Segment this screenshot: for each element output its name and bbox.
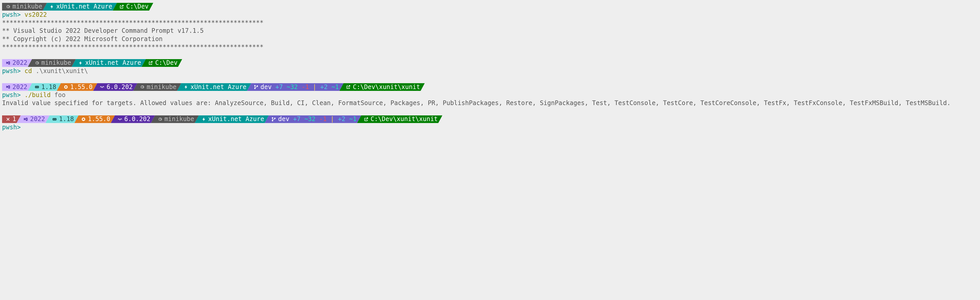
- powerline-row: 2022minikubexUnit.net AzureC:\Dev: [2, 59, 978, 67]
- vs-icon: [23, 117, 28, 122]
- command-line[interactable]: pwsh> ./build foo: [2, 91, 978, 99]
- segment-label: 1.18: [41, 83, 56, 91]
- rust-icon: [81, 117, 86, 122]
- command-line[interactable]: pwsh>: [2, 124, 978, 132]
- segment-label: 2022: [30, 115, 45, 123]
- segment-label: xUnit.net Azure: [56, 3, 113, 11]
- vs-icon: [6, 61, 10, 65]
- powerline-segment-bolt: xUnit.net Azure: [72, 59, 146, 67]
- segment-label: minikube: [164, 115, 194, 123]
- bolt-icon: [202, 117, 206, 122]
- powerline-segment-link: C:\Dev\xunit\xunit: [339, 83, 425, 91]
- segment-label: 2022: [13, 83, 27, 91]
- segment-label: 1.55.0: [88, 115, 110, 123]
- x-icon: [6, 117, 10, 122]
- command-arg: .\xunit\xunit\: [36, 67, 88, 75]
- blank-line: [2, 51, 978, 58]
- svg-point-4: [257, 86, 258, 87]
- powerline-segment-bolt: xUnit.net Azure: [195, 116, 269, 123]
- powerline-segment-bolt: xUnit.net Azure: [177, 83, 251, 91]
- segment-label: C:\Dev\xunit\xunit: [353, 83, 420, 91]
- powerline-row: 120221.181.55.06.0.202minikubexUnit.net …: [2, 116, 978, 123]
- powerline-row: 20221.181.55.06.0.202minikubexUnit.net A…: [2, 83, 978, 91]
- bolt-icon: [184, 85, 188, 89]
- svg-point-9: [274, 118, 275, 119]
- command-text: cd: [25, 67, 32, 75]
- git-status: dev +7 ~32 -1 | +2 ~1: [278, 115, 356, 123]
- powerline-segment-branch: dev +7 ~32 -1 | +2 ~1: [265, 116, 361, 123]
- segment-label: C:\Dev\xunit\xunit: [371, 115, 438, 123]
- svg-point-2: [254, 85, 255, 86]
- gear-icon: [6, 5, 10, 9]
- powerline-segment-bolt: xUnit.net Azure: [43, 3, 117, 11]
- segment-label: xUnit.net Azure: [85, 59, 141, 67]
- segment-label: xUnit.net Azure: [191, 83, 247, 91]
- output-line: ** Copyright (c) 2022 Microsoft Corporat…: [2, 35, 978, 43]
- segment-label: C:\Dev: [126, 3, 149, 11]
- blank-line: [2, 75, 978, 83]
- link-icon: [148, 61, 153, 65]
- powerline-segment-rust: 1.55.0: [75, 116, 115, 123]
- wave-icon: [100, 85, 104, 89]
- command-text: ./build: [25, 91, 51, 98]
- command-arg: foo: [54, 91, 65, 98]
- gear-icon: [158, 117, 162, 122]
- svg-point-3: [254, 88, 255, 89]
- gear-icon: [35, 61, 39, 65]
- svg-point-7: [272, 117, 273, 118]
- link-icon: [119, 5, 124, 9]
- powerline-segment-vs: 2022: [2, 59, 32, 67]
- output-line: Invalid value specified for targets. All…: [2, 99, 978, 107]
- svg-point-1: [65, 86, 67, 88]
- output-line: ****************************************…: [2, 43, 978, 51]
- gear-icon: [140, 85, 145, 89]
- powerline-segment-link: C:\Dev: [142, 59, 182, 67]
- powerline-segment-gear: minikube: [28, 59, 76, 67]
- link-icon: [364, 117, 369, 122]
- powerline-segment-wave: 6.0.202: [93, 83, 137, 91]
- segment-label: minikube: [41, 59, 71, 67]
- command-line[interactable]: pwsh> cd .\xunit\xunit\: [2, 67, 978, 75]
- powerline-segment-branch: dev +7 ~32 -1 | +2 ~1: [247, 83, 344, 91]
- segment-label: xUnit.net Azure: [208, 115, 264, 123]
- bolt-icon: [49, 5, 54, 9]
- segment-label: C:\Dev: [155, 59, 178, 67]
- rust-icon: [64, 85, 68, 89]
- git-status: dev +7 ~32 -1 | +2 ~1: [261, 83, 339, 91]
- wave-icon: [118, 117, 122, 122]
- output-line: ****************************************…: [2, 19, 978, 27]
- segment-label: 1: [13, 115, 16, 123]
- segment-label: 1.55.0: [70, 83, 93, 91]
- go-icon: [52, 117, 57, 122]
- prompt-label: pwsh>: [2, 11, 21, 18]
- blank-line: [2, 107, 978, 114]
- prompt-label: pwsh>: [2, 67, 21, 75]
- command-line[interactable]: pwsh> vs2022: [2, 11, 978, 19]
- powerline-segment-go: 1.18: [46, 116, 79, 123]
- powerline-segment-gear: minikube: [2, 3, 47, 11]
- branch-icon: [271, 117, 276, 122]
- command-text: vs2022: [25, 11, 47, 18]
- terminal-output: minikubexUnit.net AzureC:\Devpwsh> vs202…: [2, 3, 978, 132]
- powerline-segment-vs: 2022: [2, 83, 32, 91]
- segment-label: 1.18: [59, 115, 74, 123]
- vs-icon: [6, 85, 10, 89]
- segment-label: 2022: [13, 59, 27, 67]
- powerline-segment-wave: 6.0.202: [111, 116, 155, 123]
- powerline-segment-rust: 1.55.0: [57, 83, 97, 91]
- output-line: ** Visual Studio 2022 Developer Command …: [2, 27, 978, 35]
- svg-point-6: [83, 119, 84, 120]
- svg-point-8: [272, 120, 273, 121]
- powerline-segment-link: C:\Dev\xunit\xunit: [357, 116, 442, 123]
- powerline-segment-link: C:\Dev: [113, 3, 153, 11]
- powerline-segment-gear: minikube: [133, 83, 181, 91]
- powerline-segment-go: 1.18: [28, 83, 61, 91]
- go-icon: [35, 85, 39, 89]
- powerline-row: minikubexUnit.net AzureC:\Dev: [2, 3, 978, 11]
- segment-label: 6.0.202: [124, 115, 150, 123]
- prompt-label: pwsh>: [2, 124, 21, 131]
- bolt-icon: [78, 61, 83, 65]
- segment-label: minikube: [13, 3, 42, 11]
- powerline-segment-gear: minikube: [151, 116, 199, 123]
- prompt-label: pwsh>: [2, 91, 21, 98]
